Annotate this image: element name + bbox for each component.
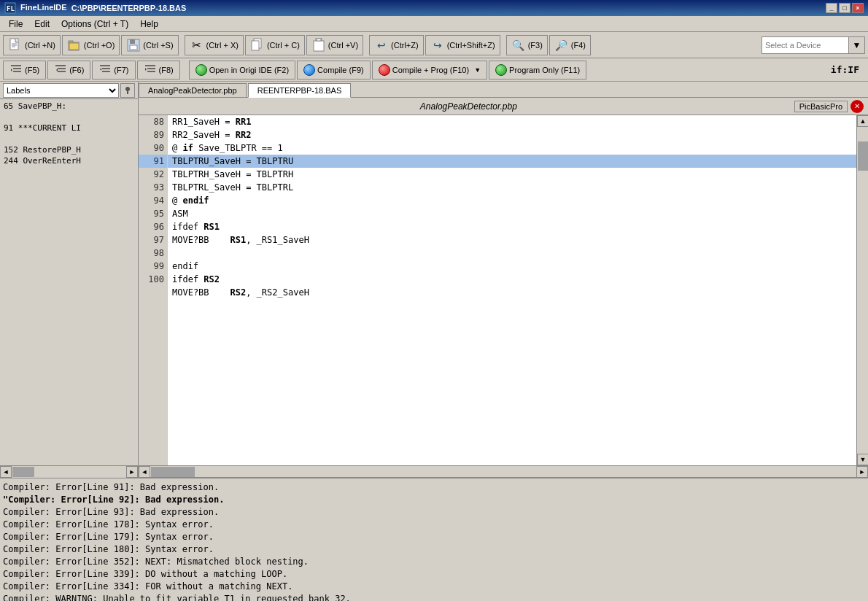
save-label: (Ctrl +S) (143, 41, 173, 50)
code-line[interactable]: endif (168, 260, 856, 273)
left-scroll-right[interactable]: ► (126, 466, 138, 478)
line-num: 99 (139, 260, 167, 273)
minimize-button[interactable]: _ (826, 3, 837, 13)
paste-button[interactable]: (Ctrl +V) (306, 35, 363, 55)
label-item[interactable]: 91 ***CURRENT LI (1, 123, 136, 133)
labels-pin-button[interactable] (120, 83, 135, 98)
output-line: Compiler: Error[Line 91]: Bad expression… (3, 481, 865, 494)
scroll-down-button[interactable]: ▼ (857, 454, 868, 465)
outdent2-button[interactable]: (F8) (137, 61, 180, 80)
compile-prog-dropdown-icon[interactable]: ▼ (474, 66, 481, 74)
open-orig-button[interactable]: Open in Origi IDE (F2) (189, 61, 295, 80)
find-next-button[interactable]: 🔎 (F4) (549, 35, 591, 55)
label-item[interactable]: 65 SavePBP_H: (1, 101, 136, 112)
scroll-thumb[interactable] (858, 141, 868, 171)
toolbar1: (Ctrl +N) (Ctrl +O) (Ctrl +S) ✂ (Ctrl + … (0, 32, 868, 58)
undo-button[interactable]: ↩ (Ctrl+Z) (369, 35, 424, 55)
code-line[interactable]: RR2_SaveH = RR2 (168, 128, 856, 141)
output-line: Compiler: Error[Line 179]: Syntax error. (3, 531, 865, 543)
indent-label: (F5) (25, 66, 39, 74)
undo-icon: ↩ (374, 38, 389, 53)
svg-rect-13 (252, 41, 259, 50)
redo-icon: ↪ (430, 38, 445, 53)
line-num: 89 (139, 128, 167, 141)
code-line[interactable]: @ endif (168, 194, 856, 207)
code-content[interactable]: RR1_SaveH = RR1 RR2_SaveH = RR2 @ if Sav… (168, 115, 856, 465)
code-line[interactable]: MOVE?BB RS2, _RS2_SaveH (168, 286, 856, 299)
output-line: Compiler: Error[Line 180]: Syntax error. (3, 543, 865, 556)
outdent2-label: (F8) (159, 66, 174, 74)
undo-label: (Ctrl+Z) (391, 41, 419, 50)
line-num: 92 (139, 168, 167, 181)
editor-vertical-scrollbar[interactable]: ▲ ▼ (856, 115, 868, 465)
menu-options[interactable]: Options (Ctrl + T) (55, 18, 134, 31)
device-dropdown-button[interactable]: ▼ (849, 36, 865, 54)
code-line[interactable]: ifdef RS1 (168, 220, 856, 233)
code-line[interactable]: ASM (168, 207, 856, 220)
code-line[interactable]: RR1_SaveH = RR1 (168, 115, 856, 128)
redo-button[interactable]: ↪ (Ctrl+Shift+Z) (425, 35, 500, 55)
outdent-button[interactable]: (F6) (47, 61, 90, 80)
menu-bar: File Edit Options (Ctrl + T) Help (0, 16, 868, 32)
code-line[interactable]: ifdef RS2 (168, 273, 856, 286)
svg-rect-34 (127, 90, 128, 94)
editor-close-button[interactable]: ✕ (850, 100, 864, 113)
scroll-right-button[interactable]: ► (856, 466, 868, 478)
tab-reenter[interactable]: REENTERPBP-18.BAS (248, 83, 352, 98)
output-panel: Compiler: Error[Line 91]: Bad expression… (0, 477, 868, 601)
code-line[interactable]: TBLPTRU_SaveH = TBLPTRU (168, 155, 856, 168)
compile-icon (303, 64, 315, 76)
menu-edit[interactable]: Edit (28, 18, 55, 31)
indent2-button[interactable]: (F7) (92, 61, 135, 80)
svg-rect-15 (314, 41, 324, 51)
indent-icon (9, 63, 23, 77)
tabs-bar: AnalogPeakDetector.pbp REENTERPBP-18.BAS (139, 82, 868, 98)
label-item[interactable]: 152 RestorePBP_H (1, 144, 136, 155)
editor-area: AnalogPeakDetector.pbp REENTERPBP-18.BAS… (139, 82, 868, 477)
svg-text:FL: FL (7, 5, 15, 12)
maximize-button[interactable]: □ (839, 3, 850, 13)
output-line: Compiler: Error[Line 178]: Syntax error. (3, 519, 865, 531)
cut-button[interactable]: ✂ (Ctrl + X) (185, 35, 244, 55)
cut-label: (Ctrl + X) (206, 41, 239, 50)
window-controls[interactable]: _ □ × (826, 3, 864, 13)
svg-marker-32 (145, 68, 147, 71)
device-input[interactable] (762, 36, 849, 54)
main-area: Labels 65 SavePBP_H: 91 ***CURRENT LI 15… (0, 82, 868, 477)
program-only-button[interactable]: Program Only (F11) (489, 61, 586, 80)
editor-horizontal-scrollbar[interactable]: ◄ ► (139, 465, 868, 477)
open-button[interactable]: (Ctrl +O) (62, 35, 120, 55)
code-line[interactable]: TBLPTRH_SaveH = TBLPTRH (168, 168, 856, 181)
h-scroll-thumb[interactable] (151, 467, 195, 477)
menu-file[interactable]: File (3, 18, 28, 31)
save-button[interactable]: (Ctrl +S) (121, 35, 178, 55)
svg-rect-10 (130, 39, 135, 44)
code-line[interactable]: TBLPTRL_SaveH = TBLPTRL (168, 181, 856, 194)
find-button[interactable]: 🔍 (F3) (506, 35, 548, 55)
menu-help[interactable]: Help (134, 18, 164, 31)
left-scroll-left[interactable]: ◄ (0, 466, 12, 478)
line-num: 96 (139, 220, 167, 233)
scroll-left-button[interactable]: ◄ (139, 466, 150, 478)
new-button[interactable]: (Ctrl +N) (3, 35, 61, 55)
code-line[interactable] (168, 247, 856, 260)
labels-dropdown[interactable]: Labels (3, 83, 119, 98)
label-item[interactable]: 244 OverReEnterH (1, 155, 136, 166)
scroll-up-button[interactable]: ▲ (857, 115, 868, 127)
indent-button[interactable]: (F5) (3, 61, 46, 80)
code-line[interactable]: @ if Save_TBLPTR == 1 (168, 141, 856, 155)
labels-list: 65 SavePBP_H: 91 ***CURRENT LI 152 Resto… (0, 99, 138, 465)
code-line[interactable]: MOVE?BB RS1, _RS1_SaveH (168, 233, 856, 247)
program-only-label: Program Only (F11) (509, 66, 580, 74)
label-item (1, 112, 136, 123)
labels-header: Labels (0, 82, 138, 99)
compile-prog-label: Compile + Prog (F10) (392, 66, 469, 74)
tab-analog[interactable]: AnalogPeakDetector.pbp (139, 83, 247, 97)
close-button[interactable]: × (852, 3, 864, 13)
line-num: 95 (139, 207, 167, 220)
copy-button[interactable]: (Ctrl + C) (245, 35, 305, 55)
compile-prog-button[interactable]: Compile + Prog (F10) ▼ (372, 61, 487, 80)
editor-filename: AnalogPeakDetector.pbp (143, 101, 794, 112)
compile-button[interactable]: Compile (F9) (297, 61, 371, 80)
output-line: Compiler: Error[Line 339]: DO without a … (3, 568, 865, 581)
